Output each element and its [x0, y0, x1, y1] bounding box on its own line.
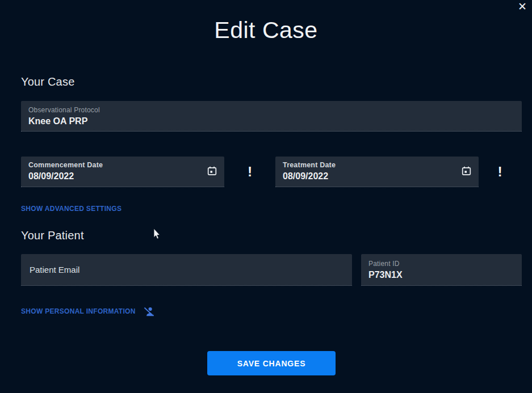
observational-protocol-field[interactable]: Observational Protocol Knee OA PRP [21, 101, 522, 132]
observational-protocol-value: Knee OA PRP [28, 116, 514, 126]
section-heading-your-case: Your Case [21, 75, 522, 88]
commencement-warning-icon: ! [224, 157, 275, 187]
show-advanced-settings-link[interactable]: SHOW ADVANCED SETTINGS [21, 205, 122, 213]
patient-id-value: P73N1X [368, 270, 514, 280]
patient-id-field[interactable]: Patient ID P73N1X [361, 254, 522, 286]
treatment-warning-icon: ! [479, 157, 521, 187]
patient-email-input[interactable] [28, 264, 345, 275]
commencement-date-value: 08/09/2022 [28, 171, 103, 181]
patient-id-label: Patient ID [368, 260, 514, 268]
commencement-date-label: Commencement Date [28, 161, 103, 169]
treatment-date-value: 08/09/2022 [283, 171, 336, 181]
observational-protocol-label: Observational Protocol [28, 106, 514, 114]
show-personal-information-link[interactable]: SHOW PERSONAL INFORMATION [21, 307, 136, 315]
patient-email-field[interactable] [21, 254, 352, 286]
treatment-date-label: Treatment Date [283, 161, 336, 169]
treatment-date-field[interactable]: Treatment Date 08/09/2022 [275, 157, 479, 187]
save-changes-button[interactable]: SAVE CHANGES [207, 351, 336, 375]
section-heading-your-patient: Your Patient [21, 229, 522, 242]
close-icon[interactable]: ✕ [518, 1, 527, 13]
calendar-icon[interactable] [207, 166, 217, 178]
person-off-icon[interactable] [143, 306, 154, 316]
calendar-icon[interactable] [462, 166, 471, 178]
patient-fields-row: Patient ID P73N1X [21, 254, 522, 286]
modal-title: Edit Case [0, 0, 532, 44]
commencement-date-field[interactable]: Commencement Date 08/09/2022 [21, 157, 224, 187]
date-fields-row: Commencement Date 08/09/2022 ! Treatment… [21, 157, 522, 187]
